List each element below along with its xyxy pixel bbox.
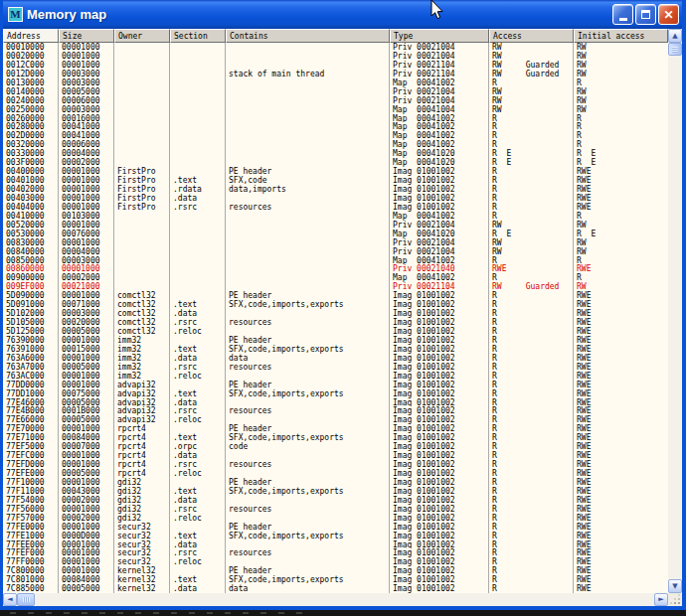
table-row[interactable]: 77DD100000075000advapi32.textSFX,code,im… bbox=[3, 389, 668, 398]
table-row[interactable]: 7639000000001000imm32PE headerImag 01001… bbox=[3, 336, 668, 345]
table-row[interactable]: 5D12500000005000comctl32.relocImag 01001… bbox=[3, 327, 668, 336]
table-row[interactable]: 0086000000001000Priv 00021040RWERWE bbox=[3, 264, 668, 273]
scroll-right-button[interactable]: ► bbox=[654, 593, 668, 606]
table-row[interactable]: 77F5700000002000gdi32.relocImag 01001002… bbox=[3, 514, 668, 523]
table-row[interactable]: 77E4B0000001B000advapi32.rsrcresourcesIm… bbox=[3, 406, 668, 415]
cell: 00075000 bbox=[59, 389, 114, 398]
table-row[interactable]: 0025000000003000Map 00041004RWRW bbox=[3, 105, 668, 114]
table-row[interactable]: 0012D00000003000stack of main threadPriv… bbox=[3, 70, 668, 78]
table-row[interactable]: 0002000000001000Priv 00021004RWRW bbox=[3, 52, 668, 61]
table-row[interactable]: 77EFD00000001000rpcrt4.rsrcresourcesImag… bbox=[3, 460, 668, 469]
table-row[interactable]: 0083000000001000Priv 00021004RWRW bbox=[3, 238, 668, 247]
table-row[interactable]: 0040400000001000FirstPro.rsrcresourcesIm… bbox=[3, 203, 668, 212]
horizontal-scrollbar[interactable]: ◄ ► bbox=[3, 593, 682, 606]
table-row[interactable]: 0012C00000001000Priv 00021104RW GuardedR… bbox=[3, 61, 668, 70]
cell: 00043000 bbox=[59, 487, 114, 496]
table-row[interactable]: 77E6600000005000advapi32.relocImag 01001… bbox=[3, 415, 668, 424]
table-row[interactable]: 77F5400000002000gdi32.dataImag 01001002R… bbox=[3, 496, 668, 505]
table-row[interactable]: 77EFE00000005000rpcrt4.relocImag 0100100… bbox=[3, 469, 668, 478]
cell: Imag 01001002 bbox=[390, 487, 489, 496]
column-header-size[interactable]: Size bbox=[59, 29, 114, 43]
table-row[interactable]: 0040000000001000FirstProPE headerImag 01… bbox=[3, 167, 668, 176]
table-row[interactable]: 0024000000006000Priv 00021004RWRW bbox=[3, 96, 668, 105]
table-row[interactable]: 7C80100000084000kernel32.textSFX,code,im… bbox=[3, 575, 668, 584]
table-row[interactable]: 77FEF00000001000secur32.rsrcresourcesIma… bbox=[3, 548, 668, 557]
table-row[interactable]: 763A600000001000imm32.datadataImag 01001… bbox=[3, 354, 668, 363]
table-row[interactable]: 77F1100000043000gdi32.textSFX,code,impor… bbox=[3, 487, 668, 496]
scroll-left-button[interactable]: ◄ bbox=[3, 593, 17, 606]
table-row[interactable]: 0085000000003000Map 00041002RR bbox=[3, 256, 668, 265]
table-row[interactable]: 0026000000016000Map 00041002RR bbox=[3, 114, 668, 123]
close-button[interactable]: ✕ bbox=[658, 4, 679, 25]
scroll-down-button[interactable]: ▼ bbox=[668, 579, 682, 593]
table-row[interactable]: 002D000000041000Map 00041002RR bbox=[3, 131, 668, 140]
table-row[interactable]: 0053000000076000Map 00041020R ER E bbox=[3, 230, 668, 238]
table-row[interactable]: 77EFC00000001000rpcrt4.dataImag 01001002… bbox=[3, 451, 668, 460]
cell: R bbox=[489, 433, 574, 442]
column-header-access[interactable]: Access bbox=[489, 29, 574, 43]
table-row[interactable]: 0028000000041000Map 00041002RR bbox=[3, 122, 668, 131]
cell: 00001000 bbox=[59, 424, 114, 433]
vertical-scrollbar[interactable]: ▲ ▼ bbox=[668, 29, 682, 593]
maximize-button[interactable] bbox=[635, 4, 656, 25]
resize-grip-icon[interactable] bbox=[678, 602, 680, 604]
table-row[interactable]: 77FE000000001000secur32PE headerImag 010… bbox=[3, 523, 668, 532]
table-row[interactable]: 0090000000002000Map 00041002RR bbox=[3, 273, 668, 282]
cell: R bbox=[489, 336, 574, 345]
table-row[interactable]: 77F5600000001000gdi32.rsrcresourcesImag … bbox=[3, 505, 668, 514]
table-row[interactable]: 77FF000000001000secur32.relocImag 010010… bbox=[3, 557, 668, 566]
table-row[interactable]: 5D09000000001000comctl32PE headerImag 01… bbox=[3, 291, 668, 300]
table-row[interactable]: 77E4600000005000advapi32.dataImag 010010… bbox=[3, 398, 668, 407]
table-row[interactable]: 7639100000015000imm32.textSFX,code,impor… bbox=[3, 345, 668, 354]
table-row[interactable]: 0040300000001000FirstPro.dataImag 010010… bbox=[3, 194, 668, 203]
table-row[interactable]: 77DD000000001000advapi32PE headerImag 01… bbox=[3, 381, 668, 389]
column-header-address[interactable]: Address bbox=[3, 29, 59, 43]
table-row[interactable]: 77FE10000000D000secur32.textSFX,code,imp… bbox=[3, 532, 668, 540]
cell bbox=[170, 230, 226, 238]
column-header-owner[interactable]: Owner bbox=[114, 29, 170, 43]
table-row[interactable]: 763A700000005000imm32.rsrcresourcesImag … bbox=[3, 363, 668, 372]
table-row[interactable]: 0014000000005000Priv 00021004RWRW bbox=[3, 87, 668, 96]
table-row[interactable]: 0084000000004000Priv 00021004RWRW bbox=[3, 247, 668, 256]
minimize-button[interactable] bbox=[612, 4, 633, 25]
table-row[interactable]: 7C88500000005000kernel32.datadataImag 01… bbox=[3, 584, 668, 593]
table-row[interactable]: 77F1000000001000gdi32PE headerImag 01001… bbox=[3, 478, 668, 487]
table-row[interactable]: 5D10200000003000comctl32.dataImag 010010… bbox=[3, 309, 668, 318]
table-row[interactable]: 0040100000001000FirstPro.textSFX,codeIma… bbox=[3, 176, 668, 185]
table-row[interactable]: 0013000000003000Map 00041002RR bbox=[3, 78, 668, 87]
table-row[interactable]: 0032000000006000Map 00041002RR bbox=[3, 140, 668, 149]
cell: Imag 01001002 bbox=[390, 318, 489, 327]
cell: R bbox=[489, 381, 574, 389]
column-header-contains[interactable]: Contains bbox=[226, 29, 390, 43]
horizontal-scrollbar-track[interactable] bbox=[35, 593, 654, 606]
horizontal-scrollbar-thumb[interactable] bbox=[17, 593, 35, 606]
column-header-section[interactable]: Section bbox=[170, 29, 226, 43]
table-row[interactable]: 5D09100000071000comctl32.textSFX,code,im… bbox=[3, 300, 668, 309]
scroll-up-button[interactable]: ▲ bbox=[668, 29, 682, 43]
cell: .text bbox=[170, 345, 226, 354]
table-row[interactable]: 77E7000000001000rpcrt4PE headerImag 0100… bbox=[3, 424, 668, 433]
table-row[interactable]: 5D10500000020000comctl32.rsrcresourcesIm… bbox=[3, 318, 668, 327]
cell: secur32 bbox=[114, 532, 170, 540]
table-row[interactable]: 003F000000002000Map 00041020R ER E bbox=[3, 158, 668, 167]
table-row[interactable]: 0001000000001000Priv 00021004RWRW bbox=[3, 43, 668, 52]
table-row[interactable]: 7C80000000001000kernel32PE headerImag 01… bbox=[3, 566, 668, 575]
table-row[interactable]: 763AC00000001000imm32.relocImag 01001002… bbox=[3, 372, 668, 381]
titlebar[interactable]: M Memory map ✕ bbox=[3, 0, 682, 29]
table-row[interactable]: 77EF500000007000rpcrt4.orpccodeImag 0100… bbox=[3, 442, 668, 451]
table-row[interactable]: 77FEE00000001000secur32.dataImag 0100100… bbox=[3, 540, 668, 549]
cell: 763AC000 bbox=[3, 372, 59, 381]
table-row[interactable]: 77E7100000084000rpcrt4.textSFX,code,impo… bbox=[3, 433, 668, 442]
cell: Imag 01001002 bbox=[390, 363, 489, 372]
table-row[interactable]: 009EF00000021000Priv 00021104RW GuardedR… bbox=[3, 282, 668, 291]
column-header-type[interactable]: Type bbox=[390, 29, 489, 43]
table-row[interactable]: 0052000000001000Priv 00021004RWRW bbox=[3, 221, 668, 230]
cell bbox=[114, 96, 170, 105]
column-header-initial-access[interactable]: Initial access bbox=[574, 29, 668, 43]
table-row[interactable]: 0041000000103000Map 00041002RR bbox=[3, 212, 668, 221]
vertical-scrollbar-thumb[interactable] bbox=[668, 43, 682, 56]
table-row[interactable]: 0040200000001000FirstPro.rdatadata,impor… bbox=[3, 185, 668, 194]
cell: .data bbox=[170, 309, 226, 318]
table-row[interactable]: 0033000000004000Map 00041020R ER E bbox=[3, 149, 668, 158]
vertical-scrollbar-track[interactable] bbox=[668, 56, 682, 579]
